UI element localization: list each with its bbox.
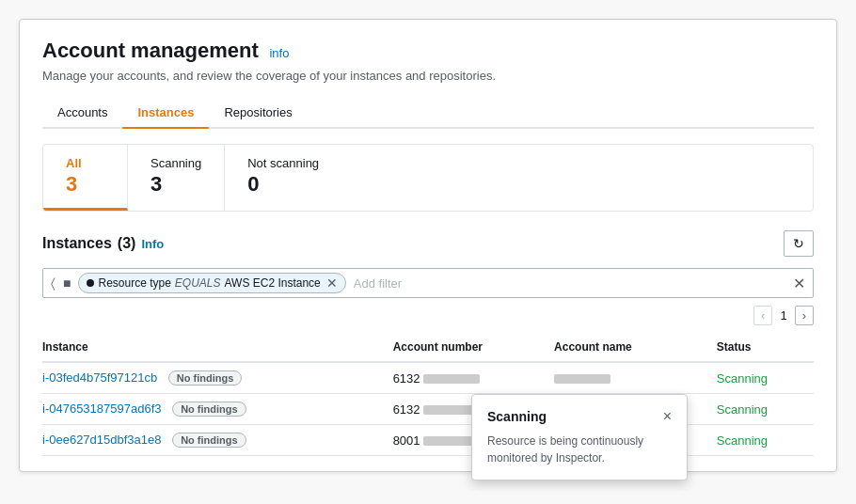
status-cell-3: Scanning [717,425,814,456]
page-container: Account management info Manage your acco… [19,19,837,472]
section-header: Instances (3) Info ↻ [42,230,814,257]
col-header-instance: Instance [42,333,393,362]
pagination: ‹ 1 › [42,306,814,325]
filter-card-all-label: All [66,156,104,170]
filter-card-not-scanning[interactable]: Not scanning 0 [225,145,341,211]
filter-tag-remove-button[interactable]: ✕ [326,276,338,291]
instance-link-2[interactable]: i-047653187597ad6f3 [42,402,162,416]
popover-body: Resource is being continuously monitored… [487,433,672,466]
instance-link-3[interactable]: i-0ee627d15dbf3a1e8 [42,433,162,447]
filter-dot-icon: ■ [63,276,71,291]
filter-tag-key: Resource type [98,276,170,290]
account-number-cell-1: 6132 [393,362,554,394]
filter-tag-dot [87,279,94,287]
instance-cell-3: i-0ee627d15dbf3a1e8 No findings [42,425,393,456]
pagination-next-button[interactable]: › [795,306,814,325]
tab-accounts[interactable]: Accounts [42,98,122,129]
section-title: Instances (3) Info [42,235,164,252]
filter-card-all-count: 3 [66,172,104,197]
filter-card-scanning-count: 3 [151,172,201,197]
filter-tag[interactable]: Resource type EQUALS AWS EC2 Instance ✕ [78,273,345,293]
redacted-1 [423,374,480,384]
filter-placeholder[interactable]: Add filter [354,276,785,291]
redacted-name-1 [554,374,610,384]
filter-card-all[interactable]: All 3 [43,145,128,211]
status-3: Scanning [717,433,768,448]
badge-1: No findings [168,370,243,386]
instance-cell-2: i-047653187597ad6f3 No findings [42,394,393,425]
col-header-status: Status [717,333,814,362]
filter-bar: 〈 ■ Resource type EQUALS AWS EC2 Instanc… [42,268,814,298]
account-name-cell-1 [554,362,717,394]
tab-repositories[interactable]: Repositories [209,98,307,129]
page-subtitle: Manage your accounts, and review the cov… [42,69,814,83]
status-cell-1: Scanning [717,362,814,394]
instances-table: Instance Account number Account name Sta… [42,333,814,456]
tabs-bar: Accounts Instances Repositories [42,98,814,129]
filter-tag-value: AWS EC2 Instance [225,276,321,290]
section-title-text: Instances [42,235,112,252]
filter-card-scanning[interactable]: Scanning 3 [128,145,225,211]
status-2: Scanning [717,402,768,417]
status-1: Scanning [717,371,768,386]
scanning-popover: Scanning × Resource is being continuousl… [471,394,688,480]
col-header-account-name: Account name [554,333,717,362]
tab-instances[interactable]: Instances [122,98,209,129]
instance-cell-1: i-03fed4b75f97121cb No findings [42,362,393,394]
page-header: Account management info Manage your acco… [42,39,814,83]
badge-3: No findings [172,433,246,448]
filter-card-scanning-label: Scanning [151,156,201,170]
popover-close-button[interactable]: × [663,408,672,425]
info-link[interactable]: info [269,46,289,60]
table-row: i-0ee627d15dbf3a1e8 No findings 8001 Sec… [42,425,814,456]
refresh-button[interactable]: ↻ [784,230,814,257]
pagination-page: 1 [780,308,786,323]
popover-title: Scanning [487,409,547,424]
pagination-prev-button[interactable]: ‹ [753,306,772,325]
col-header-account-number: Account number [393,333,554,362]
popover-header: Scanning × [487,408,672,425]
filter-tag-equals: EQUALS [175,276,221,290]
filter-icon: 〈 [51,276,55,291]
status-cell-2: Scanning [717,394,814,425]
table-row: i-047653187597ad6f3 No findings 6132 Sca… [42,394,814,425]
section-info-link[interactable]: Info [141,237,164,251]
filter-card-not-scanning-label: Not scanning [247,156,319,170]
badge-2: No findings [172,402,246,417]
filter-clear-button[interactable]: ✕ [793,275,805,292]
table-row: i-03fed4b75f97121cb No findings 6132 Sca… [42,362,814,394]
table-header-row: Instance Account number Account name Sta… [42,333,814,362]
instance-link-1[interactable]: i-03fed4b75f97121cb [42,370,157,385]
filter-card-not-scanning-count: 0 [247,172,319,197]
section-count: (3) [118,235,136,252]
filter-cards: All 3 Scanning 3 Not scanning 0 [42,144,814,212]
page-title: Account management [42,39,259,62]
